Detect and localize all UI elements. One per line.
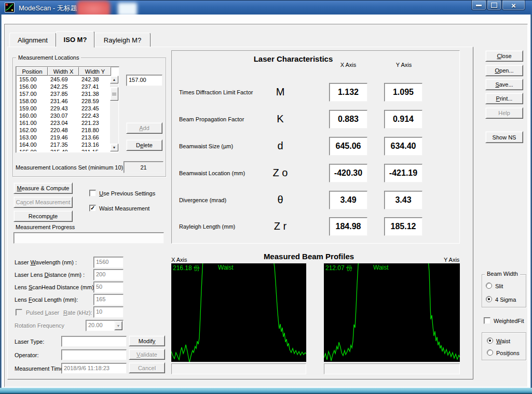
close-button[interactable]: Close	[485, 50, 523, 62]
rotation-frequency-value: 20.00	[88, 322, 103, 328]
waist-label-x: Waist	[218, 264, 234, 271]
lc-row-symbol: Z r	[260, 220, 301, 232]
validate-button: Validate	[129, 349, 165, 360]
beam-width-readout-y: 212.07 份	[325, 264, 352, 273]
weighted-fit-checkbox[interactable]	[484, 317, 490, 324]
measurement-locations-list[interactable]: Position Width X Width Y 155.00245.69242…	[16, 66, 119, 153]
table-row[interactable]: 161.00223.04221.23	[17, 119, 111, 126]
scanhead-distance-input: 50	[93, 282, 124, 293]
tab-rayleigh-m2-label: Rayleigh M?	[104, 36, 141, 44]
window-border-bottom	[0, 388, 532, 394]
use-previous-settings-checkbox[interactable]	[89, 190, 96, 196]
scroll-thumb[interactable]	[110, 87, 118, 101]
lc-row-symbol: d	[260, 140, 301, 152]
beam-profile-plot-y: 212.07 份 Waist	[324, 263, 460, 362]
recompute-button[interactable]: Recompute	[13, 210, 73, 222]
beam-position-strip-x	[171, 363, 306, 374]
waist-radio[interactable]	[487, 337, 493, 344]
column-header-width-x-label: Width X	[53, 68, 74, 75]
scroll-up-button[interactable]: ▲	[110, 76, 118, 83]
position-input[interactable]: 157.00	[126, 75, 162, 86]
window-title: ModeScan - 无标题	[19, 4, 77, 13]
lc-row-symbol: Z o	[260, 167, 301, 179]
tab-alignment-label: Alignment	[18, 36, 48, 44]
waist-measurement-label: Waist Measurement	[99, 205, 149, 212]
rate-label: Rate (kHz):	[63, 309, 92, 316]
app-icon	[5, 3, 15, 12]
beam-width-readout-x: 216.18 份	[173, 264, 200, 273]
table-row[interactable]: 156.00242.25237.41	[17, 83, 111, 90]
table-row[interactable]: 155.00245.69242.38	[17, 76, 111, 83]
four-sigma-label: 4 Sigma	[495, 297, 516, 303]
close-window-button[interactable]: ×	[502, 1, 525, 10]
pulsed-laser-checkbox	[16, 309, 22, 316]
wavelength-input: 1560	[93, 257, 124, 268]
lc-value-y: 185.12	[384, 217, 422, 236]
table-row[interactable]: 162.00220.48218.80	[17, 126, 111, 134]
positions-radio[interactable]	[487, 349, 493, 356]
column-header-position-label: Position	[22, 68, 42, 75]
delete-button[interactable]: Delete	[126, 139, 162, 151]
wavelength-label: Laser Wavelength (nm) :	[15, 259, 77, 265]
rate-input: 10	[93, 306, 124, 318]
locations-set-label: Measurement Locations Set (minimum 10) :	[16, 164, 126, 171]
column-header-position[interactable]: Position	[17, 67, 48, 76]
close-icon: ×	[511, 2, 516, 9]
column-header-width-x[interactable]: Width X	[48, 67, 79, 76]
lc-row-symbol: θ	[260, 194, 301, 206]
lc-value-x: 184.98	[329, 217, 367, 236]
save-button[interactable]: Save...	[485, 79, 523, 90]
slit-radio[interactable]	[486, 283, 492, 289]
column-header-width-y-label: Width Y	[85, 68, 105, 75]
operator-label: Operator:	[15, 352, 38, 358]
measure-compute-button[interactable]: Measure & Compute	[13, 182, 73, 194]
table-row[interactable]: 163.00219.46213.66	[17, 134, 111, 141]
tab-iso-m2[interactable]: ISO M?	[56, 31, 94, 48]
tab-alignment[interactable]: Alignment	[9, 33, 56, 47]
arrow-up-icon: ▲	[113, 78, 116, 81]
measurement-progress-label: Measurement Progress	[16, 224, 75, 230]
lc-value-x: 0.883	[329, 110, 367, 129]
maximize-button[interactable]	[487, 1, 501, 10]
focal-length-label: Lens Focal Length (mm):	[15, 297, 78, 303]
lc-value-x: 645.06	[329, 137, 367, 156]
lens-distance-input: 200	[93, 269, 124, 280]
beam-position-strip-y	[324, 363, 460, 374]
dropdown-button: ▼	[114, 321, 122, 330]
table-row[interactable]: 157.00237.85231.38	[17, 90, 111, 97]
beam-profiles-title: Measured Beam Profiles	[223, 252, 394, 261]
lc-value-y: 634.40	[384, 137, 422, 156]
waist-measurement-checkbox[interactable]: ✓	[89, 205, 96, 212]
tab-rayleigh-m2[interactable]: Rayleigh M?	[94, 33, 151, 47]
table-row[interactable]: 159.00229.43223.45	[17, 105, 111, 112]
locations-set-count: 21	[124, 161, 163, 173]
minimize-button[interactable]	[471, 1, 486, 10]
measurement-time-label: Measurement Time:	[15, 365, 65, 372]
slit-label: Slit	[495, 283, 503, 289]
table-row[interactable]: 158.00231.46228.59	[17, 97, 111, 105]
column-header-width-y[interactable]: Width Y	[79, 67, 111, 76]
print-button[interactable]: Print...	[485, 93, 523, 104]
positions-radio-label: Positions	[496, 350, 520, 356]
rotation-frequency-label: Rotation Frequency	[15, 322, 64, 329]
four-sigma-radio[interactable]	[486, 296, 492, 302]
measurement-locations-group-label: Measurement Locations	[16, 54, 81, 61]
scroll-down-button[interactable]: ▼	[110, 144, 118, 151]
check-icon: ✓	[90, 205, 95, 212]
open-button[interactable]: Open...	[485, 65, 523, 76]
laser-type-input[interactable]	[61, 336, 127, 347]
x-axis-column-label: X Axis	[333, 62, 364, 68]
beam-trace-y	[324, 263, 460, 362]
modify-button[interactable]: Modify	[129, 335, 165, 346]
table-row[interactable]: 165.00215.40211.15	[17, 148, 111, 151]
table-row[interactable]: 160.00230.07222.43	[17, 112, 111, 119]
lens-distance-label: Laser Lens Distance (mm) :	[15, 272, 85, 278]
show-ns-button[interactable]: Show NS	[485, 131, 523, 143]
operator-input[interactable]	[61, 349, 127, 360]
add-button: Add	[126, 122, 162, 134]
measurement-time-value: 2018/9/6 11:18:23	[61, 363, 127, 374]
list-scrollbar[interactable]: ▲ ▼	[110, 76, 118, 151]
use-previous-settings-label: Use Previous Settings	[99, 190, 155, 196]
table-row[interactable]: 164.00217.35213.16	[17, 141, 111, 148]
rotation-frequency-combobox: 20.00 ▼	[86, 320, 124, 331]
